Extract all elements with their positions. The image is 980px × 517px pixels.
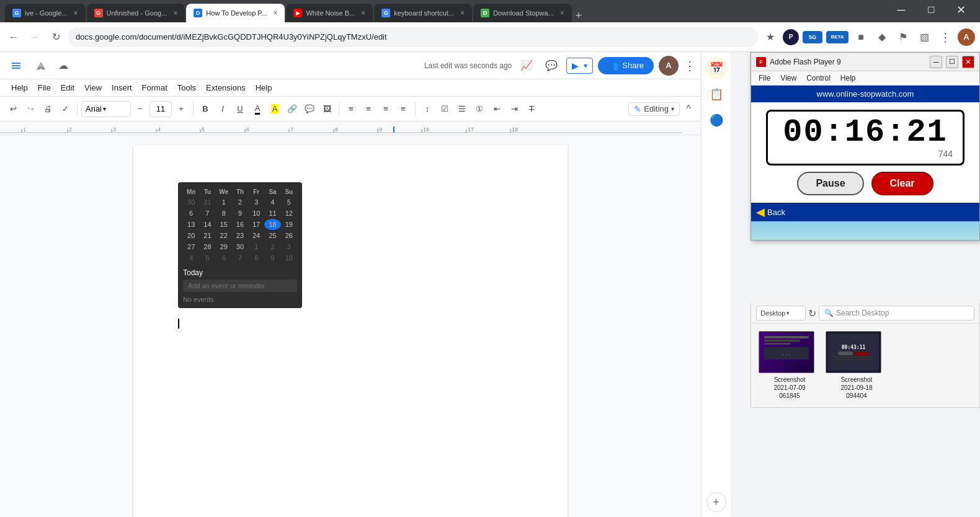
file-search-input[interactable]: 🔍 Search Desktop [819,306,974,320]
docs-extensions-menu[interactable]: Extensions [202,82,249,94]
docs-user-avatar[interactable]: A [659,56,679,76]
tab-close-download[interactable]: × [560,9,564,17]
flash-help-menu[interactable]: Help [838,73,858,84]
tab-close-unfinished[interactable]: × [173,9,177,17]
image-button[interactable]: 🖼 [319,101,335,117]
docs-home-icon[interactable] [5,55,27,77]
tab-close-drive[interactable]: × [73,9,78,17]
flash-control-menu[interactable]: Control [804,73,833,84]
new-tab-button[interactable]: + [576,9,582,22]
bullet-list-button[interactable]: ☰ [454,101,470,117]
bookmark-button[interactable]: ★ [762,29,779,46]
align-left-button[interactable]: ≡ [343,101,359,117]
tab-howto[interactable]: D How To Develop P... × [186,4,285,22]
extension-icon3[interactable]: ⚑ [894,29,912,46]
present-button[interactable]: ▶ ▾ [566,58,593,74]
undo-button[interactable]: ↩ [5,101,21,117]
file-item-2[interactable]: 00:43:11 Screenshot2021-09-18094404 [826,331,888,400]
link-button[interactable]: 🔗 [284,101,300,117]
extension-icon2[interactable]: ◆ [873,29,891,46]
font-name-dropdown[interactable]: Arial ▾ [81,101,131,117]
editing-mode-dropdown[interactable]: ✎ Editing ▾ [628,102,680,116]
font-size-input[interactable]: 11 [149,101,172,117]
back-button[interactable]: ← [5,29,22,46]
file-item-1[interactable]: ... Screenshot2021-07-09061845 [759,331,821,400]
comment-button[interactable]: 💬 [301,101,318,117]
tab-unfinished[interactable]: G Unfinished - Goog... × [87,4,185,22]
line-spacing-button[interactable]: ↕ [419,101,435,117]
docs-insert-menu[interactable]: Insert [108,82,136,94]
clear-format-button[interactable]: T̶ [523,101,540,117]
share-button[interactable]: 👥 Share [598,57,654,74]
tab-keyboard[interactable]: G keyboard shortcut... × [374,4,472,22]
extensions-button[interactable]: ▧ [915,29,933,46]
tab-drive[interactable]: G ive - Google... × [5,4,86,22]
tab-download[interactable]: D Download Stopwa... × [473,4,572,22]
profile-avatar[interactable]: A [958,29,975,46]
flash-file-menu[interactable]: File [756,73,773,84]
print-button[interactable]: 🖨 [40,101,56,117]
numbered-list-button[interactable]: ① [471,101,488,117]
docs-tools-menu[interactable]: Tools [174,82,200,94]
checklist-button[interactable]: ☑ [437,101,453,117]
contacts-sidebar-icon[interactable]: 🔵 [705,109,728,131]
docs-help-button[interactable]: Help [7,82,32,94]
docs-chart-icon[interactable]: 📈 [517,56,537,76]
flash-minimize-button[interactable]: ─ [930,56,942,68]
redo-button[interactable]: ↪ [22,101,38,117]
highlight-button[interactable]: A [267,101,283,117]
increase-indent-button[interactable]: ⇥ [506,101,522,117]
address-input[interactable]: docs.google.com/document/d/iMEZjBvkGcGQD… [68,27,758,47]
align-center-button[interactable]: ≡ [360,101,376,117]
doc-text-cursor[interactable] [178,318,523,329]
decrease-indent-button[interactable]: ⇤ [489,101,505,117]
doc-content-area[interactable]: Mo Tu We Th Fr Sa Su 30 [0,135,701,517]
back-button-label[interactable]: Back [767,208,785,217]
doc-page[interactable]: Mo Tu We Th Fr Sa Su 30 [133,145,568,517]
flash-view-menu[interactable]: View [778,73,799,84]
tab-whitenoise[interactable]: ▶ White Noise B... × [286,4,373,22]
docs-help-menu[interactable]: Help [252,82,276,94]
tasks-sidebar-icon[interactable]: 📋 [705,83,728,105]
flash-title-bar[interactable]: F Adobe Flash Player 9 ─ ☐ ✕ [751,53,979,71]
italic-button[interactable]: I [215,101,231,117]
bold-button[interactable]: B [197,101,213,117]
extension-perplexity[interactable]: P [783,29,799,45]
extension-beta[interactable]: BETA [826,31,849,43]
forward-button[interactable]: → [26,29,43,46]
tab-close-whitenoise[interactable]: × [361,9,365,17]
add-event-input[interactable] [183,280,297,292]
pause-button[interactable]: Pause [797,172,863,195]
tab-close-keyboard[interactable]: × [460,9,465,17]
docs-edit-menu[interactable]: Edit [57,82,78,94]
font-size-decrease[interactable]: − [132,101,148,117]
underline-button[interactable]: U [232,101,248,117]
flash-maximize-button[interactable]: ☐ [946,56,958,68]
docs-file-menu[interactable]: File [34,82,55,94]
reload-button[interactable]: ↻ [47,29,65,46]
align-right-button[interactable]: ≡ [378,101,394,117]
close-window-button[interactable]: ✕ [947,0,975,20]
path-refresh-button[interactable]: ↻ [808,307,816,319]
minimize-button[interactable]: ─ [887,0,915,20]
font-size-increase[interactable]: + [173,101,189,117]
collapse-toolbar-button[interactable]: ^ [681,102,696,117]
docs-cloud-icon[interactable]: ☁ [55,57,72,74]
more-menu-button[interactable]: ⋮ [937,29,954,46]
docs-format-menu[interactable]: Format [138,82,171,94]
text-color-button[interactable]: A [249,101,265,117]
spellcheck-button[interactable]: ✓ [57,101,73,117]
justify-button[interactable]: ≡ [395,101,411,117]
calendar-sidebar-icon[interactable]: 📅 [705,57,728,79]
maximize-button[interactable]: ☐ [917,0,945,20]
extension-icon1[interactable]: ■ [852,29,870,46]
docs-view-menu[interactable]: View [81,82,105,94]
tab-close-howto[interactable]: × [273,9,277,17]
path-dropdown[interactable]: Desktop ▾ [756,306,806,320]
clear-button[interactable]: Clear [871,172,933,195]
extension-5g[interactable]: 5G [803,31,822,43]
flash-close-button[interactable]: ✕ [962,56,974,68]
docs-more-button[interactable]: ⋮ [684,58,696,73]
add-sidebar-button[interactable]: + [706,492,726,512]
docs-drive-icon[interactable] [32,57,50,74]
